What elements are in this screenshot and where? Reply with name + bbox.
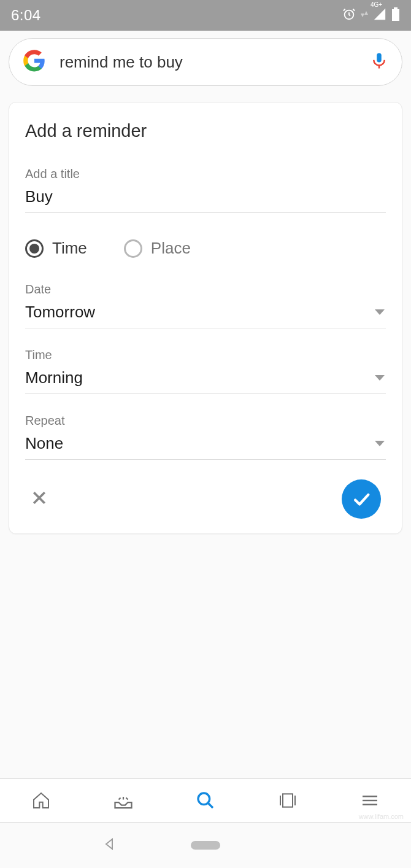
signal-icon: 4G+ (373, 7, 386, 23)
repeat-field: Repeat None (25, 414, 386, 460)
battery-icon (391, 7, 400, 23)
chevron-down-icon (375, 441, 385, 446)
svg-rect-12 (283, 794, 293, 807)
search-query[interactable]: remind me to buy (60, 53, 356, 72)
cards-icon (278, 791, 298, 810)
status-bar: 6:04 4G+ (0, 0, 411, 31)
radio-time[interactable]: Time (25, 239, 87, 258)
svg-rect-2 (394, 7, 398, 9)
cancel-button[interactable] (30, 489, 48, 510)
repeat-dropdown[interactable]: None (25, 434, 386, 460)
microphone-icon[interactable] (370, 52, 388, 72)
sys-home-pill[interactable] (191, 841, 220, 850)
search-bar[interactable]: remind me to buy (9, 38, 402, 86)
radio-place-label: Place (151, 239, 191, 258)
nav-search[interactable] (193, 788, 218, 813)
back-icon (102, 837, 117, 851)
reminder-card: Add a reminder Add a title Buy Time Plac… (9, 102, 402, 534)
status-icons: 4G+ (342, 7, 400, 23)
google-logo-icon (23, 49, 46, 75)
watermark: www.lifam.com (359, 813, 404, 820)
chevron-down-icon (375, 309, 385, 315)
svg-rect-3 (377, 53, 382, 63)
radio-time-label: Time (52, 239, 87, 258)
date-label: Date (25, 282, 386, 296)
svg-line-7 (119, 798, 121, 800)
radio-checked-icon (25, 239, 44, 258)
title-field-block: Add a title Buy (25, 167, 386, 213)
date-field: Date Tomorrow (25, 282, 386, 328)
close-icon (30, 489, 48, 507)
radio-place[interactable]: Place (124, 239, 191, 258)
nav-home[interactable] (29, 788, 53, 813)
time-field: Time Morning (25, 348, 386, 394)
card-title: Add a reminder (25, 121, 386, 141)
nav-recents[interactable] (275, 788, 300, 813)
chevron-down-icon (375, 375, 385, 381)
action-row (25, 479, 386, 519)
repeat-label: Repeat (25, 414, 386, 428)
title-field-label: Add a title (25, 167, 386, 181)
alarm-icon (342, 7, 356, 23)
date-dropdown[interactable]: Tomorrow (25, 303, 386, 328)
sys-back-button[interactable] (102, 837, 117, 854)
svg-point-10 (198, 793, 210, 805)
time-value: Morning (25, 368, 83, 387)
system-nav (0, 823, 411, 868)
title-field-value[interactable]: Buy (25, 187, 386, 213)
network-data-icon (361, 9, 368, 22)
date-value: Tomorrow (25, 303, 95, 322)
nav-menu[interactable] (358, 788, 382, 813)
svg-line-11 (208, 803, 213, 808)
inbox-icon (112, 789, 134, 812)
menu-icon (360, 791, 380, 810)
search-icon (196, 791, 215, 810)
confirm-button[interactable] (342, 479, 381, 519)
home-icon (31, 791, 51, 810)
time-label: Time (25, 348, 386, 362)
repeat-value: None (25, 434, 63, 453)
bottom-nav (0, 778, 411, 823)
svg-line-9 (126, 798, 128, 800)
check-icon (351, 489, 372, 510)
status-time: 6:04 (11, 7, 41, 24)
time-dropdown[interactable]: Morning (25, 368, 386, 394)
radio-unchecked-icon (124, 239, 142, 258)
trigger-type-radio-group: Time Place (25, 239, 386, 258)
svg-rect-1 (392, 9, 399, 21)
nav-inbox[interactable] (111, 788, 136, 813)
